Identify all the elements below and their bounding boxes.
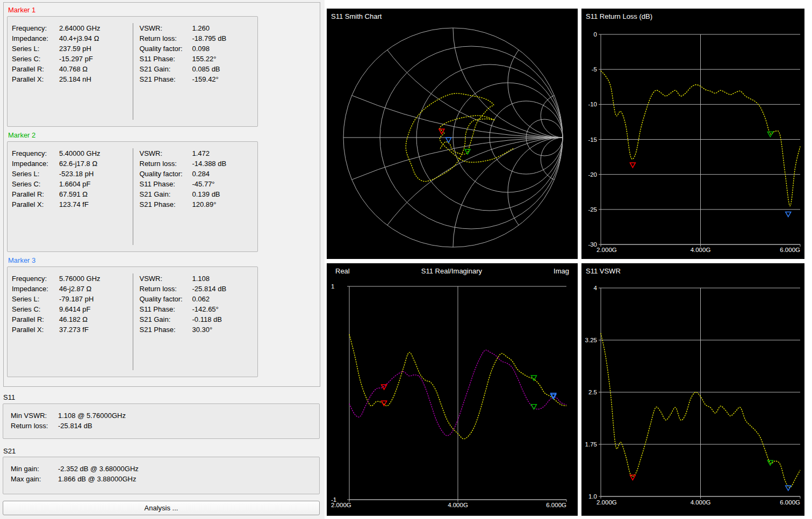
analysis-button[interactable]: Analysis ... bbox=[3, 501, 320, 515]
svg-text:-10: -10 bbox=[588, 101, 597, 107]
return-loss-chart-panel: 0-5-10-15-20-25-302.000G4.000G6.000G S11… bbox=[581, 9, 804, 259]
field-value: 123.74 fF bbox=[59, 199, 89, 210]
marker-field-row: S21 Phase:-159.42° bbox=[140, 74, 254, 84]
marker-field-row: Parallel X:25.184 nH bbox=[12, 74, 133, 84]
field-label: Series L: bbox=[12, 44, 59, 54]
marker-field-row: Return loss:-18.795 dB bbox=[140, 33, 254, 44]
field-value: 237.59 pH bbox=[59, 44, 91, 54]
marker-data-panel: Marker 1 Frequency:2.64000 GHzImpedance:… bbox=[0, 0, 325, 519]
field-label: Parallel R: bbox=[12, 64, 59, 74]
marker-field-row: Parallel R:67.591 Ω bbox=[12, 189, 133, 199]
field-label: Parallel X: bbox=[12, 325, 59, 335]
field-value: -523.18 pH bbox=[59, 169, 94, 179]
marker-field-row: Quality factor:0.098 bbox=[140, 44, 254, 54]
field-value: 1.6604 pF bbox=[59, 179, 91, 189]
summary-label: Min gain: bbox=[11, 464, 58, 474]
marker-1-title: Marker 1 bbox=[8, 6, 317, 14]
marker-field-row: Series L:-79.187 pH bbox=[12, 294, 133, 304]
field-label: S21 Gain: bbox=[140, 314, 192, 325]
marker-field-row: Parallel R:46.182 Ω bbox=[12, 314, 133, 325]
field-label: VSWR: bbox=[140, 148, 192, 158]
marker-field-row: VSWR:1.260 bbox=[140, 23, 254, 33]
real-imaginary-chart-canvas[interactable]: 1-12.000G4.000G6.000G bbox=[327, 263, 578, 516]
smith-chart-canvas[interactable] bbox=[327, 9, 578, 259]
marker-field-row: S21 Phase:30.30° bbox=[140, 325, 254, 335]
marker-field-row: Quality factor:0.062 bbox=[140, 294, 254, 304]
field-value: -25.814 dB bbox=[192, 284, 227, 294]
field-label: VSWR: bbox=[140, 23, 192, 33]
summary-value: 1.108 @ 5.76000GHz bbox=[58, 410, 126, 421]
field-label: VSWR: bbox=[140, 273, 192, 284]
marker-field-row: VSWR:1.108 bbox=[140, 273, 254, 284]
marker-3-group: Marker 3 Frequency:5.76000 GHzImpedance:… bbox=[7, 256, 317, 377]
field-label: S21 Phase: bbox=[140, 325, 192, 335]
s21-section-title: S21 bbox=[3, 447, 16, 455]
field-label: Frequency: bbox=[12, 23, 59, 33]
field-value: 30.30° bbox=[192, 325, 213, 335]
field-label: Frequency: bbox=[12, 148, 59, 158]
field-value: -45.77° bbox=[192, 179, 215, 189]
field-label: Parallel X: bbox=[12, 199, 59, 210]
field-label: Quality factor: bbox=[140, 44, 192, 54]
svg-text:6.000G: 6.000G bbox=[546, 502, 566, 508]
svg-text:4: 4 bbox=[594, 285, 598, 291]
field-label: Quality factor: bbox=[140, 294, 192, 304]
real-imaginary-chart-title: S11 Real/Imaginary bbox=[421, 267, 482, 275]
smith-chart-title: S11 Smith Chart bbox=[331, 12, 382, 20]
field-value: 155.22° bbox=[192, 54, 217, 64]
field-value: 1.260 bbox=[192, 23, 210, 33]
summary-row: Return loss:-25.814 dB bbox=[11, 421, 312, 431]
svg-text:4.000G: 4.000G bbox=[448, 502, 468, 508]
field-value: 5.40000 GHz bbox=[59, 148, 100, 158]
svg-text:-25: -25 bbox=[588, 206, 597, 213]
svg-text:-5: -5 bbox=[592, 66, 597, 73]
summary-row: Max gain:1.866 dB @ 3.88000GHz bbox=[11, 474, 312, 484]
svg-text:2.000G: 2.000G bbox=[331, 502, 351, 508]
marker-2-left-column: Frequency:5.40000 GHzImpedance:62.6-j17.… bbox=[12, 148, 133, 245]
marker-field-row: Frequency:5.40000 GHz bbox=[12, 148, 133, 158]
real-axis-label: Real bbox=[335, 267, 350, 275]
field-value: 0.284 bbox=[192, 169, 210, 179]
svg-text:6.000G: 6.000G bbox=[780, 247, 800, 253]
summary-label: Min VSWR: bbox=[11, 410, 58, 421]
summary-value: -2.352 dB @ 3.68000GHz bbox=[58, 464, 139, 474]
field-value: -14.388 dB bbox=[192, 158, 227, 169]
field-value: 0.085 dB bbox=[192, 64, 220, 74]
field-value: 40.4+j3.94 Ω bbox=[59, 33, 99, 44]
field-label: S11 Phase: bbox=[140, 304, 192, 314]
summary-value: 1.866 dB @ 3.88000GHz bbox=[58, 474, 136, 484]
field-value: 2.64000 GHz bbox=[59, 23, 100, 33]
summary-row: Min VSWR:1.108 @ 5.76000GHz bbox=[11, 410, 312, 421]
field-label: Return loss: bbox=[140, 284, 192, 294]
marker-1-left-column: Frequency:2.64000 GHzImpedance:40.4+j3.9… bbox=[12, 23, 133, 120]
field-label: Impedance: bbox=[12, 284, 59, 294]
marker-field-row: S21 Gain:0.139 dB bbox=[140, 189, 254, 199]
summary-label: Max gain: bbox=[11, 474, 58, 484]
field-label: Series C: bbox=[12, 54, 59, 64]
field-value: 9.6414 pF bbox=[59, 304, 91, 314]
vswr-chart-title: S11 VSWR bbox=[586, 267, 621, 275]
summary-label: Return loss: bbox=[11, 421, 58, 431]
marker-field-row: Parallel R:40.768 Ω bbox=[12, 64, 133, 74]
field-label: S21 Gain: bbox=[140, 64, 192, 74]
field-value: 0.098 bbox=[192, 44, 210, 54]
marker-field-row: Impedance:62.6-j17.8 Ω bbox=[12, 158, 133, 169]
return-loss-chart-canvas[interactable]: 0-5-10-15-20-25-302.000G4.000G6.000G bbox=[581, 9, 804, 259]
marker-1-box: Frequency:2.64000 GHzImpedance:40.4+j3.9… bbox=[7, 16, 258, 127]
vswr-chart-canvas[interactable]: 43.252.51.751.02.000G4.000G6.000G bbox=[581, 263, 804, 516]
svg-text:4.000G: 4.000G bbox=[691, 247, 711, 253]
field-value: -18.795 dB bbox=[192, 33, 227, 44]
marker-field-row: Series C:9.6414 pF bbox=[12, 304, 133, 314]
field-label: Quality factor: bbox=[140, 169, 192, 179]
field-value: 5.76000 GHz bbox=[59, 273, 100, 284]
svg-text:-15: -15 bbox=[588, 136, 597, 143]
field-label: Impedance: bbox=[12, 158, 59, 169]
svg-text:6.000G: 6.000G bbox=[780, 499, 800, 506]
field-value: -159.42° bbox=[192, 74, 219, 84]
field-value: 46-j2.87 Ω bbox=[59, 284, 91, 294]
field-label: Impedance: bbox=[12, 33, 59, 44]
marker-2-group: Marker 2 Frequency:5.40000 GHzImpedance:… bbox=[7, 131, 317, 252]
field-label: S21 Phase: bbox=[140, 74, 192, 84]
marker-field-row: S11 Phase:-45.77° bbox=[140, 179, 254, 189]
field-value: 0.139 dB bbox=[192, 189, 220, 199]
